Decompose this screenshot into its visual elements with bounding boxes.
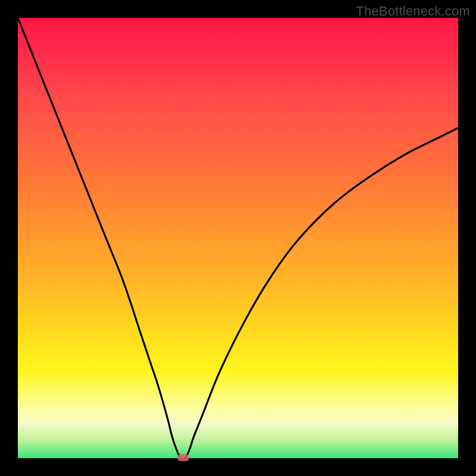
optimum-marker: [177, 454, 189, 461]
chart-frame: TheBottleneck.com: [0, 0, 476, 476]
plot-area: [18, 18, 458, 458]
watermark-text: TheBottleneck.com: [356, 4, 470, 19]
bottleneck-curve: [18, 18, 458, 458]
